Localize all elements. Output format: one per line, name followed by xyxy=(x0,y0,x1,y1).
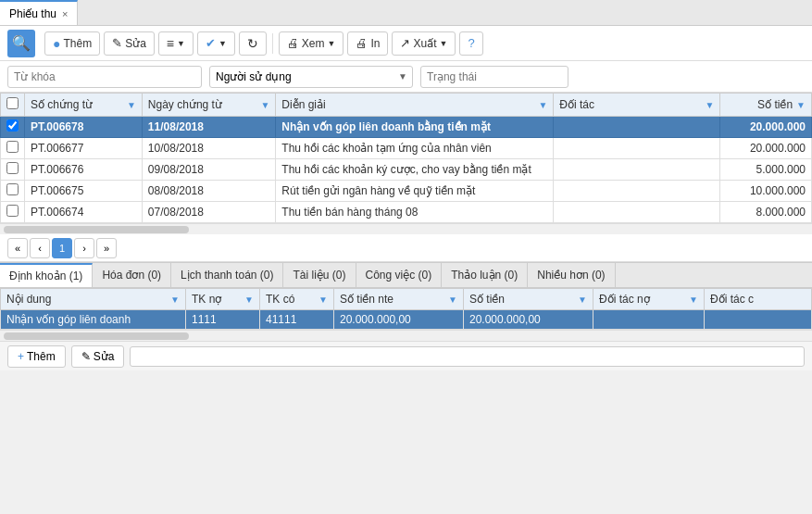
tab-thao-luan[interactable]: Thảo luận (0) xyxy=(442,263,528,287)
help-icon: ? xyxy=(468,36,474,50)
col-check xyxy=(1,94,25,117)
bottom-horizontal-scrollbar[interactable] xyxy=(0,330,812,341)
dien-giai-filter-icon[interactable]: ▼ xyxy=(538,100,547,110)
page-next-button[interactable]: › xyxy=(74,238,94,258)
bottom-action-bar: + Thêm ✎ Sửa xyxy=(0,341,812,370)
bcol-doi-tac-no-label: Đối tác nợ xyxy=(599,293,650,306)
row-checkbox[interactable] xyxy=(6,119,19,132)
so-chung-tu-filter-icon[interactable]: ▼ xyxy=(127,100,136,110)
row-checkbox[interactable] xyxy=(6,141,19,153)
bottom-sua-label: Sửa xyxy=(94,350,115,363)
bcol-doi-tac-no: Đối tác nợ ▼ xyxy=(593,289,705,310)
bcol-noi-dung: Nội dung ▼ xyxy=(1,289,186,310)
row-checkbox[interactable] xyxy=(6,205,19,217)
col-so-tien: Số tiền ▼ xyxy=(720,94,812,117)
sua-icon: ✎ xyxy=(112,36,122,50)
row-dien-giai: Thu hồi các khoản ký cược, cho vay bằng … xyxy=(276,159,554,181)
check-button[interactable]: ✔ ▼ xyxy=(197,31,235,56)
tab-tai-lieu[interactable]: Tài liệu (0) xyxy=(283,263,356,287)
row-ngay-chung-tu: 11/08/2018 xyxy=(142,117,275,138)
help-button[interactable]: ? xyxy=(459,31,482,56)
tab-close-icon[interactable]: × xyxy=(62,8,68,19)
list-dropdown-icon: ▼ xyxy=(177,39,185,48)
so-tien-filter-icon[interactable]: ▼ xyxy=(796,100,806,110)
row-so-tien: 8.000.000 xyxy=(720,202,812,223)
sua-button[interactable]: ✎ Sửa xyxy=(104,31,155,56)
noi-dung-filter-icon[interactable]: ▼ xyxy=(170,295,180,305)
filter-bar: Người sử dụng ▼ xyxy=(0,61,812,93)
xuat-icon: ↗ xyxy=(400,36,410,50)
table-row[interactable]: PT.006676 09/08/2018 Thu hồi các khoản k… xyxy=(1,159,812,181)
row-dien-giai: Rút tiền gửi ngân hàng về quỹ tiền mặt xyxy=(276,181,554,202)
refresh-button[interactable]: ↻ xyxy=(239,31,267,56)
bcol-so-tien-nte-label: Số tiền nte xyxy=(340,293,394,306)
main-horizontal-scrollbar[interactable] xyxy=(0,223,812,234)
list-button[interactable]: ≡ ▼ xyxy=(158,31,194,56)
phieu-thu-tab[interactable]: Phiếu thu × xyxy=(0,0,78,25)
col-so-tien-label: Số tiền xyxy=(757,98,793,111)
bcol-tk-no-label: TK nợ xyxy=(192,293,221,306)
in-icon: 🖨 xyxy=(356,36,368,50)
bottom-sua-button[interactable]: ✎ Sửa xyxy=(71,345,125,368)
select-all-checkbox[interactable] xyxy=(6,97,19,109)
app-logo: 🔍 xyxy=(7,30,35,57)
xuat-button[interactable]: ↗ Xuất ▼ xyxy=(392,31,456,56)
bottom-table-container: Nội dung ▼ TK nợ ▼ TK có ▼ xyxy=(0,288,812,330)
bottom-scroll-thumb[interactable] xyxy=(4,332,189,340)
bcol-noi-dung-label: Nội dung xyxy=(6,293,51,306)
table-row[interactable]: PT.006678 11/08/2018 Nhận vốn góp liên d… xyxy=(1,117,812,138)
xem-label: Xem xyxy=(302,37,325,50)
tab-dinh-khoan[interactable]: Định khoản (1) xyxy=(0,263,93,287)
list-icon: ≡ xyxy=(167,36,174,51)
refresh-icon: ↻ xyxy=(247,36,258,51)
user-select[interactable]: Người sử dụng xyxy=(209,66,413,88)
in-button[interactable]: 🖨 In xyxy=(347,31,388,56)
in-label: In xyxy=(370,37,380,50)
bottom-table-row[interactable]: Nhận vốn góp liên doanh 1111 41111 20.00… xyxy=(1,310,812,330)
row-doi-tac xyxy=(554,181,720,202)
bcol-tk-co: TK có ▼ xyxy=(260,289,334,310)
xem-button[interactable]: 🖨 Xem ▼ xyxy=(279,31,344,56)
main-table-container: Số chứng từ ▼ Ngày chứng từ ▼ Diễn giải … xyxy=(0,93,812,223)
doi-tac-filter-icon[interactable]: ▼ xyxy=(705,100,714,110)
bcol-tk-co-label: TK có xyxy=(266,293,294,306)
tk-co-filter-icon[interactable]: ▼ xyxy=(319,295,328,305)
brow-doi-tac-co xyxy=(705,310,812,330)
them-button[interactable]: ● Thêm xyxy=(44,31,100,56)
col-so-chung-tu-label: Số chứng từ xyxy=(31,98,93,111)
xuat-dropdown-icon: ▼ xyxy=(440,39,448,48)
table-row[interactable]: PT.006675 08/08/2018 Rút tiền gửi ngân h… xyxy=(1,181,812,202)
row-doi-tac xyxy=(554,202,720,223)
status-input[interactable] xyxy=(420,66,568,88)
row-ngay-chung-tu: 09/08/2018 xyxy=(142,159,275,181)
bottom-them-label: Thêm xyxy=(27,350,56,363)
so-tien-nte-filter-icon[interactable]: ▼ xyxy=(448,295,457,305)
bottom-them-button[interactable]: + Thêm xyxy=(7,345,66,368)
check-dropdown-icon: ▼ xyxy=(219,39,227,48)
bottom-them-icon: + xyxy=(18,350,24,363)
tab-lich-thanh-toan[interactable]: Lịch thanh toán (0) xyxy=(171,263,283,287)
col-doi-tac: Đối tác ▼ xyxy=(554,94,720,117)
col-doi-tac-label: Đối tác xyxy=(559,98,594,111)
page-first-button[interactable]: « xyxy=(7,238,28,258)
tk-no-filter-icon[interactable]: ▼ xyxy=(244,295,254,305)
bottom-note-input[interactable] xyxy=(130,346,805,367)
bottom-so-tien-filter-icon[interactable]: ▼ xyxy=(578,295,587,305)
page-last-button[interactable]: » xyxy=(96,238,117,258)
tab-nhieu-hon[interactable]: Nhiều hơn (0) xyxy=(528,263,615,287)
keyword-input[interactable] xyxy=(7,66,202,88)
bcol-so-tien: Số tiền ▼ xyxy=(464,289,593,310)
row-checkbox[interactable] xyxy=(6,162,19,174)
tab-cong-viec[interactable]: Công việc (0) xyxy=(356,263,443,287)
row-checkbox[interactable] xyxy=(6,183,19,195)
row-so-chung-tu: PT.006676 xyxy=(25,159,143,181)
table-row[interactable]: PT.006677 10/08/2018 Thu hồi các khoản t… xyxy=(1,138,812,159)
page-prev-button[interactable]: ‹ xyxy=(30,238,50,258)
main-scroll-thumb[interactable] xyxy=(4,226,189,233)
doi-tac-no-filter-icon[interactable]: ▼ xyxy=(689,295,698,305)
tab-hoa-don[interactable]: Hóa đơn (0) xyxy=(93,263,171,287)
ngay-chung-tu-filter-icon[interactable]: ▼ xyxy=(260,100,269,110)
table-row[interactable]: PT.006674 07/08/2018 Thu tiền bán hàng t… xyxy=(1,202,812,223)
page-1-button[interactable]: 1 xyxy=(52,238,72,258)
tab-label: Phiếu thu xyxy=(9,7,56,20)
